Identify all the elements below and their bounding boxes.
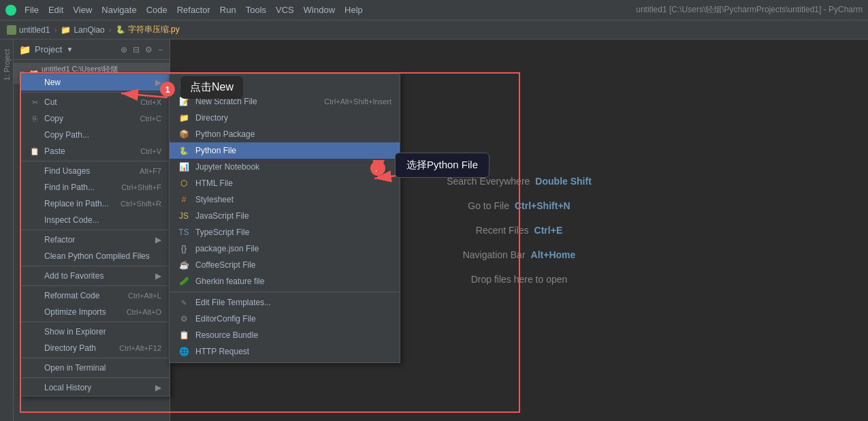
ctx-item-inspect[interactable]: Inspect Code... xyxy=(21,212,170,228)
sub-item-edit-templates[interactable]: ✎ Edit File Templates... xyxy=(170,294,400,311)
ctx-item-clean[interactable]: Clean Python Compiled Files xyxy=(21,248,170,264)
sub-item-html[interactable]: ⬡ HTML File xyxy=(170,175,400,191)
ctx-item-refactor[interactable]: Refactor ▶ xyxy=(21,232,170,248)
sub-item-http[interactable]: 🌐 HTTP Request xyxy=(170,343,400,360)
title-bar: File Edit View Navigate Code Refactor Ru… xyxy=(0,0,868,20)
ctx-item-terminal[interactable]: Open in Terminal xyxy=(21,360,170,376)
ctx-cut-label: Cut xyxy=(44,97,57,107)
ctx-item-history[interactable]: Local History ▶ xyxy=(21,379,170,396)
menu-navigate[interactable]: Navigate xyxy=(97,3,140,16)
ctx-item-copy[interactable]: ⎘ Copy Ctrl+C xyxy=(21,110,170,127)
sub-rb-label: Resource Bundle xyxy=(195,330,258,340)
sub-sep1 xyxy=(170,292,400,292)
ctx-favorites-label: Add to Favorites xyxy=(44,271,103,281)
bubble1-label: 1 xyxy=(165,84,170,95)
sub-item-json[interactable]: {} package.json File xyxy=(170,240,400,257)
ctx-favorites-icon xyxy=(29,271,40,281)
collapse-icon[interactable]: ⊟ xyxy=(131,44,141,56)
ctx-item-reformat[interactable]: Reformat Code Ctrl+Alt+L xyxy=(21,287,170,304)
menu-run[interactable]: Run xyxy=(216,3,240,16)
ctx-history-label: Local History xyxy=(44,383,91,392)
ctx-find-usages-icon xyxy=(29,166,40,176)
sub-scratch-shortcut: Ctrl+Alt+Shift+Insert xyxy=(324,97,391,106)
menu-code[interactable]: Code xyxy=(142,3,172,16)
breadcrumb-file[interactable]: 字符串压缩.py xyxy=(128,24,180,35)
hint-drop: Drop files here to open xyxy=(471,274,568,285)
ctx-replace-path-icon xyxy=(29,199,40,208)
ctx-copy-shortcut: Ctrl+C xyxy=(140,114,161,123)
ctx-item-find-usages[interactable]: Find Usages Alt+F7 xyxy=(21,163,170,179)
sub-item-python-file[interactable]: 🐍 Python File xyxy=(170,142,400,159)
sub-directory-label: Directory xyxy=(195,113,228,123)
ctx-item-cut[interactable]: ✂ Cut Ctrl+X xyxy=(21,94,170,110)
ctx-new-label: New xyxy=(44,78,61,87)
sub-item-coffee[interactable]: ☕ CoffeeScript File xyxy=(170,257,400,273)
menu-view[interactable]: View xyxy=(69,3,96,16)
breadcrumb-project[interactable]: untitled1 xyxy=(19,25,50,35)
breadcrumb-sep2: › xyxy=(109,25,112,35)
menu-window[interactable]: Window xyxy=(300,3,339,16)
ctx-refactor-icon xyxy=(29,235,40,245)
ctx-cut-shortcut: Ctrl+X xyxy=(140,98,161,106)
sidebar-tab-project[interactable]: 1: Project xyxy=(1,46,12,83)
sub-item-gherkin[interactable]: 🥒 Gherkin feature file xyxy=(170,273,400,290)
ctx-item-new[interactable]: New ▶ xyxy=(21,74,170,91)
menu-help[interactable]: Help xyxy=(340,3,367,16)
ctx-reformat-shortcut: Ctrl+Alt+L xyxy=(128,292,161,300)
sub-item-ts[interactable]: TS TypeScript File xyxy=(170,224,400,240)
ctx-optimize-label: Optimize Imports xyxy=(44,307,106,317)
project-panel-title: Project xyxy=(35,44,62,54)
ctx-item-favorites[interactable]: Add to Favorites ▶ xyxy=(21,268,170,284)
ctx-item-explorer[interactable]: Show in Explorer xyxy=(21,324,170,340)
sub-gherkin-icon: 🥒 xyxy=(178,276,190,287)
locate-icon[interactable]: ⊕ xyxy=(119,44,129,56)
breadcrumb-bar: untitled1 › 📁 LanQiao › 🐍 字符串压缩.py xyxy=(0,20,868,40)
hint-goto-shortcut: Ctrl+Shift+N xyxy=(515,200,570,211)
ctx-item-paste[interactable]: 📋 Paste Ctrl+V xyxy=(21,143,170,159)
ctx-sep1 xyxy=(21,92,170,93)
breadcrumb-folder[interactable]: LanQiao xyxy=(74,25,104,35)
hint-goto-label: Go to File xyxy=(468,200,509,211)
ctx-copy-icon: ⎘ xyxy=(29,114,40,123)
hint-recent-label: Recent Files xyxy=(476,225,529,236)
sub-rb-icon: 📋 xyxy=(178,330,190,341)
ctx-item-replace-path[interactable]: Replace in Path... Ctrl+Shift+R xyxy=(21,196,170,212)
ctx-item-optimize[interactable]: Optimize Imports Ctrl+Alt+O xyxy=(21,304,170,320)
sub-ts-label: TypeScript File xyxy=(195,228,249,237)
sub-html-label: HTML File xyxy=(195,178,233,188)
annotation-label-2: 选择Python File xyxy=(395,153,489,178)
ctx-paste-shortcut: Ctrl+V xyxy=(140,147,161,155)
sub-item-rb[interactable]: 📋 Resource Bundle xyxy=(170,327,400,343)
ctx-find-path-shortcut: Ctrl+Shift+F xyxy=(121,183,161,191)
annotation-text-2: 选择Python File xyxy=(406,159,478,170)
project-title-arrow: ▼ xyxy=(66,46,73,53)
sub-item-css[interactable]: # Stylesheet xyxy=(170,191,400,208)
ctx-item-dirpath[interactable]: Directory Path Ctrl+Alt+F12 xyxy=(21,340,170,356)
sub-py-icon: 🐍 xyxy=(178,145,190,156)
menu-file[interactable]: File xyxy=(20,3,43,16)
sub-item-jupyter[interactable]: 📊 Jupyter Notebook xyxy=(170,159,400,175)
breadcrumb-sep1: › xyxy=(54,25,57,35)
ctx-item-copy-path[interactable]: Copy Path... xyxy=(21,127,170,143)
sub-item-js[interactable]: JS JavaScript File xyxy=(170,208,400,224)
sub-item-directory[interactable]: 📁 Directory xyxy=(170,110,400,126)
hint-recent: Recent Files Ctrl+E xyxy=(476,225,562,236)
menu-vcs[interactable]: VCS xyxy=(272,3,298,16)
hint-drop-label: Drop files here to open xyxy=(471,274,568,285)
sub-item-package[interactable]: 📦 Python Package xyxy=(170,126,400,142)
menu-refactor[interactable]: Refactor xyxy=(173,3,214,16)
ctx-sep6 xyxy=(21,322,170,322)
menu-edit[interactable]: Edit xyxy=(44,3,67,16)
sub-coffee-icon: ☕ xyxy=(178,260,190,270)
annotation-label-1: 点击New xyxy=(180,76,243,99)
settings-icon[interactable]: ⚙ xyxy=(144,44,154,56)
hint-search-shortcut: Double Shift xyxy=(535,176,591,187)
sub-html-icon: ⬡ xyxy=(178,178,190,189)
sub-item-editorconfig[interactable]: ⚙ EditorConfig File xyxy=(170,311,400,327)
project-icon xyxy=(7,25,16,35)
app-logo xyxy=(5,5,16,16)
ctx-find-usages-shortcut: Alt+F7 xyxy=(140,167,161,175)
ctx-item-find-path[interactable]: Find in Path... Ctrl+Shift+F xyxy=(21,179,170,196)
menu-tools[interactable]: Tools xyxy=(242,3,270,16)
close-icon[interactable]: − xyxy=(157,44,164,56)
